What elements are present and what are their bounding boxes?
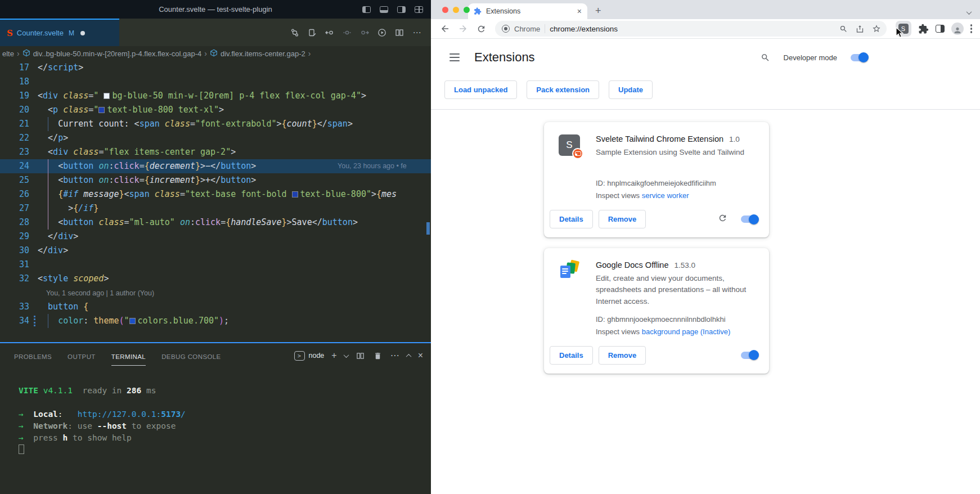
reload-icon[interactable] <box>474 21 488 36</box>
remove-button[interactable]: Remove <box>599 210 646 228</box>
code-line-26[interactable]: 26 {#if message}<span class="text-base f… <box>0 187 431 201</box>
developer-mode-toggle[interactable] <box>851 54 867 61</box>
maximize-panel-icon[interactable] <box>406 353 411 359</box>
more-actions-icon[interactable]: ⋯ <box>412 28 422 38</box>
toggle-secondary-sidebar-icon[interactable] <box>397 6 406 13</box>
kill-terminal-icon[interactable] <box>373 351 383 361</box>
extension-name: Svelete Tailwind Chrome Extension <box>596 134 723 143</box>
update-button[interactable]: Update <box>609 80 653 99</box>
load-unpacked-button[interactable]: Load unpacked <box>444 80 517 99</box>
svelte-extension-chip[interactable]: S <box>896 21 911 37</box>
code-line-27[interactable]: 27 >{/if} <box>0 201 431 215</box>
breadcrumb-item[interactable]: div.flex.items-center.gap-2 <box>221 50 305 58</box>
details-button[interactable]: Details <box>550 346 593 365</box>
pack-extension-button[interactable]: Pack extension <box>527 80 599 99</box>
toggle-sidebar-icon[interactable] <box>362 6 371 13</box>
extension-id: ID: ghbmnnjooekpmoecnnnilnnbdlolhkhi <box>596 315 757 324</box>
code-line-33[interactable]: 33 button { <box>0 300 431 314</box>
tab-close-icon[interactable]: × <box>577 7 582 15</box>
url-text[interactable]: chrome://extensions <box>550 25 834 33</box>
toggle-panel-icon[interactable] <box>380 6 388 13</box>
extension-description: Edit, create and view your documents, sp… <box>596 273 757 307</box>
extension-enabled-toggle[interactable] <box>741 215 758 223</box>
side-panel-icon[interactable] <box>936 25 945 33</box>
panel-tab-output[interactable]: OUTPUT <box>68 345 96 366</box>
breadcrumb-item[interactable]: elte <box>2 50 14 58</box>
vscode-titlebar[interactable]: Counter.svelte — test-svelte-plugin <box>0 0 431 19</box>
source-control-compare-icon[interactable] <box>290 28 300 38</box>
extensions-puzzle-icon[interactable] <box>918 24 929 34</box>
code-line-21[interactable]: 21 Current count: <span class="font-extr… <box>0 117 431 131</box>
indent-guide <box>48 173 48 187</box>
panel-tab-debug-console[interactable]: DEBUG CONSOLE <box>161 345 221 366</box>
new-tab-icon[interactable]: + <box>595 5 601 17</box>
customize-layout-icon[interactable] <box>415 6 423 13</box>
chrome-tab-extensions[interactable]: Extensions × <box>468 3 587 19</box>
menu-hamburger-icon[interactable] <box>449 53 460 61</box>
omnibox[interactable]: Chrome chrome://extensions <box>495 21 887 37</box>
code-line-34[interactable]: 34 color: theme("colors.blue.700"); <box>0 314 431 328</box>
details-button[interactable]: Details <box>550 210 593 228</box>
panel-tab-terminal[interactable]: TERMINAL <box>111 345 146 366</box>
extension-card-svelte-tailwind: S Svelete Tailwind Chrome Extension 1.0 … <box>544 122 769 237</box>
panel-more-icon[interactable]: ⋯ <box>390 351 399 360</box>
zoom-icon[interactable] <box>839 25 848 33</box>
code-line-28[interactable]: 28 <button class="ml-auto" on:click={han… <box>0 215 431 230</box>
new-terminal-icon[interactable]: + <box>331 351 336 360</box>
blame-annotation[interactable]: You, 1 second ago | 1 author (You) <box>0 286 431 300</box>
tab-label: Counter.svelte <box>17 29 64 37</box>
code-line-19[interactable]: 19<div class=" bg-blue-50 min-w-[20rem] … <box>0 89 431 103</box>
code-line-31[interactable]: 31 <box>0 258 431 272</box>
indent-guide <box>48 215 48 230</box>
extension-enabled-toggle[interactable] <box>741 352 758 359</box>
breadcrumb-item[interactable]: div..bg-blue-50.min-w-[20rem].p-4.flex.f… <box>33 50 202 58</box>
terminal-dropdown-icon[interactable] <box>343 352 349 358</box>
code-line-24[interactable]: 24 <button on:click={decrement}>−</butto… <box>0 159 431 173</box>
search-icon[interactable] <box>761 53 770 62</box>
reload-extension-icon[interactable] <box>718 213 727 225</box>
code-line-22[interactable]: 22 </p> <box>0 131 431 145</box>
forward-icon[interactable] <box>456 21 470 36</box>
tab-counter-svelte[interactable]: S Counter.svelte M <box>0 19 119 46</box>
code-line-29[interactable]: 29 </div> <box>0 230 431 244</box>
previous-change-icon[interactable] <box>325 28 335 38</box>
remove-button[interactable]: Remove <box>599 346 646 365</box>
panel-tab-problems[interactable]: PROBLEMS <box>14 345 52 366</box>
omnibox-divider <box>545 24 545 33</box>
split-editor-icon[interactable] <box>394 28 404 38</box>
background-page-link[interactable]: background page (Inactive) <box>642 327 731 336</box>
open-changes-icon[interactable] <box>307 28 317 38</box>
profile-avatar[interactable] <box>951 23 964 35</box>
terminal-line: → press h to show help <box>19 432 431 444</box>
code-line-30[interactable]: 30</div> <box>0 244 431 258</box>
panel-header: PROBLEMSOUTPUTTERMINALDEBUG CONSOLE > no… <box>0 343 431 368</box>
code-editor[interactable]: 17</script>1819<div class=" bg-blue-50 m… <box>0 61 431 342</box>
minimize-window-icon[interactable] <box>453 7 459 13</box>
zoom-window-icon[interactable] <box>464 7 470 13</box>
code-line-17[interactable]: 17</script> <box>0 61 431 75</box>
site-info-icon[interactable] <box>502 25 510 33</box>
current-change-icon[interactable] <box>342 28 352 38</box>
code-line-25[interactable]: 25 <button on:click={increment}>+</butto… <box>0 173 431 187</box>
bookmark-star-icon[interactable] <box>872 24 881 33</box>
back-icon[interactable] <box>438 21 452 36</box>
chrome-menu-icon[interactable] <box>970 24 973 33</box>
code-line-18[interactable]: 18 <box>0 75 431 89</box>
toolbar-extensions-area: S <box>893 21 975 37</box>
service-worker-link[interactable]: service worker <box>642 191 689 200</box>
breadcrumb[interactable]: elte › div..bg-blue-50.min-w-[20rem].p-4… <box>0 46 431 61</box>
unpacked-badge-icon <box>572 148 583 159</box>
code-line-32[interactable]: 32<style scoped> <box>0 272 431 286</box>
close-panel-icon[interactable]: × <box>418 351 423 360</box>
run-preview-icon[interactable] <box>377 28 387 38</box>
unsaved-dot-icon[interactable] <box>80 31 85 35</box>
share-icon[interactable] <box>856 25 864 33</box>
code-line-23[interactable]: 23 <div class="flex items-center gap-2"> <box>0 145 431 159</box>
close-window-icon[interactable] <box>442 7 448 13</box>
next-change-icon[interactable] <box>359 28 370 38</box>
tab-search-icon[interactable] <box>967 7 971 17</box>
page-header: Extensions Developer mode <box>431 39 980 71</box>
split-terminal-icon[interactable] <box>356 351 366 361</box>
code-line-20[interactable]: 20 <p class="text-blue-800 text-xl"> <box>0 103 431 117</box>
terminal-output[interactable]: VITE v4.1.1 ready in 286 ms→ Local: http… <box>0 368 431 494</box>
